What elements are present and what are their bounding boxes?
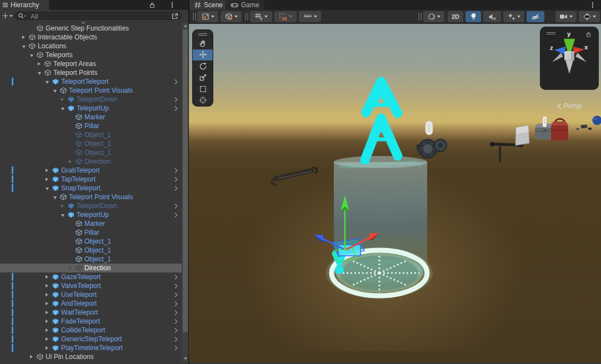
tree-row-object-1[interactable]: Object_1 — [0, 148, 182, 157]
tree-row-useteleport[interactable]: UseTeleport — [0, 290, 182, 299]
tree-row-fadeteleport[interactable]: FadeTeleport — [0, 317, 182, 326]
prefab-chevron-icon[interactable] — [174, 168, 178, 174]
tree-row-pillar[interactable]: Pillar — [0, 228, 182, 237]
tree-row-waitteleport[interactable]: WaitTeleport — [0, 308, 182, 317]
prefab-chevron-icon[interactable] — [174, 301, 178, 307]
tree-row-teleportdown[interactable]: TeleportDown — [0, 201, 182, 210]
prefab-chevron-icon[interactable] — [174, 97, 178, 103]
foldout-open-icon[interactable] — [30, 54, 33, 57]
move-tool-button[interactable] — [193, 49, 213, 60]
foldout-closed-icon[interactable] — [46, 320, 48, 323]
foldout-open-icon[interactable] — [53, 90, 57, 93]
effects-toggle-button[interactable] — [503, 11, 524, 22]
pipe-prop[interactable] — [272, 168, 317, 185]
draw-mode-button[interactable] — [197, 11, 218, 22]
tree-row-valveteleport[interactable]: ValveTeleport — [0, 281, 182, 290]
tree-row-generic-step-functionalities[interactable]: Generic Step Functionalities — [0, 24, 182, 33]
camera-settings-button[interactable] — [423, 11, 444, 22]
scene-viewport[interactable] — [189, 24, 601, 362]
lock-icon[interactable] — [149, 2, 156, 8]
rotate-tool-button[interactable] — [193, 60, 213, 72]
tree-row-tapteleport[interactable]: TapTeleport — [0, 175, 182, 184]
tree-row-object-1[interactable]: Object_1 — [0, 139, 182, 148]
toolbar-handle[interactable] — [193, 13, 197, 21]
debris-prop[interactable] — [577, 124, 592, 130]
projection-toggle[interactable]: Persp — [540, 102, 599, 110]
tree-row-playtimelineteleport[interactable]: PlayTimelineTeleport — [0, 343, 182, 352]
tree-row-teleportteleport[interactable]: TeleportTeleport — [0, 77, 182, 86]
tree-row-teleport-points[interactable]: Teleport Points — [0, 68, 182, 77]
foldout-open-icon[interactable] — [38, 72, 41, 75]
kebab-menu-icon[interactable] — [169, 2, 176, 8]
prefab-chevron-icon[interactable] — [174, 336, 178, 342]
tree-row-teleport-areas[interactable]: Teleport Areas — [0, 59, 182, 68]
foldout-closed-icon[interactable] — [22, 36, 25, 39]
search-field[interactable] — [14, 12, 182, 20]
foldout-open-icon[interactable] — [61, 108, 64, 110]
tree-row-marker[interactable]: Marker — [0, 113, 182, 122]
toolbar-handle[interactable] — [245, 13, 249, 21]
overlay-grip[interactable] — [193, 30, 213, 38]
tree-row-teleport-point-visuals[interactable]: Teleport Point Visuals — [0, 193, 182, 201]
foldout-closed-icon[interactable] — [38, 62, 41, 65]
add-object-caret[interactable] — [9, 15, 13, 17]
prefab-chevron-icon[interactable] — [174, 79, 178, 85]
tree-row-direction[interactable]: Direction — [0, 157, 182, 166]
tab-game[interactable]: Game — [226, 0, 264, 10]
scene-camera-button[interactable] — [555, 11, 577, 22]
tree-row-object-1[interactable]: Object_1 — [0, 255, 182, 264]
tree-row-gazeteleport[interactable]: GazeTeleport — [0, 272, 182, 281]
foldout-closed-icon[interactable] — [61, 98, 64, 101]
foldout-closed-icon[interactable] — [69, 266, 72, 270]
prefab-chevron-icon[interactable] — [174, 310, 178, 316]
hierarchy-tree[interactable]: Move To OriginGeneric Step Functionaliti… — [0, 22, 189, 362]
tree-row-partial[interactable] — [0, 361, 182, 362]
transform-tool-button[interactable] — [193, 94, 213, 106]
add-object-icon[interactable] — [2, 13, 8, 19]
snap-increment-button[interactable] — [299, 11, 321, 22]
tree-row-teleportup[interactable]: TeleportUp — [0, 210, 182, 219]
red-toolbox-prop[interactable] — [551, 119, 568, 140]
rect-tool-button[interactable] — [193, 83, 213, 95]
foldout-closed-icon[interactable] — [46, 311, 48, 314]
gizmos-2d-cube-button[interactable] — [221, 11, 242, 22]
foldout-closed-icon[interactable] — [46, 302, 48, 305]
prefab-chevron-icon[interactable] — [174, 203, 178, 209]
foldout-open-icon[interactable] — [46, 81, 49, 84]
hand-tool-button[interactable] — [193, 38, 213, 49]
prefab-chevron-icon[interactable] — [174, 327, 178, 333]
tree-row-teleportup[interactable]: TeleportUp — [0, 104, 182, 113]
foldout-closed-icon[interactable] — [46, 337, 48, 341]
scrollbar-thumb[interactable] — [183, 29, 188, 332]
foldout-closed-icon[interactable] — [46, 169, 48, 172]
foldout-closed-icon[interactable] — [46, 328, 48, 332]
tree-row-collideteleport[interactable]: CollideTeleport — [0, 326, 182, 335]
prefab-chevron-icon[interactable] — [174, 212, 178, 218]
tree-row-genericstepteleport[interactable]: GenericStepTeleport — [0, 335, 182, 343]
foldout-closed-icon[interactable] — [46, 275, 48, 279]
prefab-chevron-icon[interactable] — [174, 292, 178, 298]
valve-flange-prop[interactable] — [416, 139, 447, 158]
2d-toggle-button[interactable]: 2D — [448, 11, 463, 22]
tree-row-interactable-objects[interactable]: Interactable Objects — [0, 33, 182, 42]
prefab-chevron-icon[interactable] — [174, 345, 178, 351]
tree-row-locations[interactable]: Locations — [0, 42, 182, 50]
blue-sphere-prop[interactable] — [593, 116, 601, 125]
prefab-chevron-icon[interactable] — [174, 176, 178, 183]
foldout-closed-icon[interactable] — [46, 284, 48, 287]
search-icon[interactable] — [18, 13, 27, 19]
tree-row-grabteleport[interactable]: GrabTeleport — [0, 166, 182, 175]
tree-row-teleports[interactable]: Teleports — [0, 50, 182, 59]
tree-row-object-1[interactable]: Object_1 — [0, 246, 182, 255]
scene-visibility-button[interactable] — [527, 11, 544, 22]
prefab-chevron-icon[interactable] — [174, 185, 178, 191]
toolbar-handle[interactable] — [418, 13, 422, 21]
foldout-closed-icon[interactable] — [69, 160, 72, 163]
tree-row-snapteleport[interactable]: SnapTeleport — [0, 184, 182, 193]
tree-row-marker[interactable]: Marker — [0, 219, 182, 228]
audio-toggle-button[interactable] — [483, 11, 501, 22]
tree-row-ui-pin-locations[interactable]: Ui Pin Locations — [0, 352, 182, 361]
prefab-chevron-icon[interactable] — [174, 105, 178, 112]
prefab-chevron-icon[interactable] — [174, 274, 178, 280]
scroll-down-icon[interactable] — [184, 357, 187, 360]
